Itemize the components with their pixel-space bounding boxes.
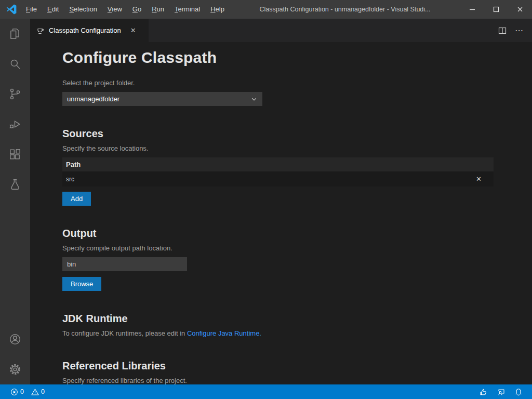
- activity-bar-run-debug[interactable]: [0, 109, 30, 139]
- error-count: 0: [20, 388, 24, 395]
- status-bar-right: [479, 388, 523, 396]
- maximize-button[interactable]: [484, 0, 508, 19]
- tab-close-icon[interactable]: ✕: [130, 26, 136, 34]
- warning-icon: [31, 388, 39, 396]
- vscode-logo-icon: [6, 4, 17, 15]
- sources-title: Sources: [62, 127, 494, 140]
- split-editor-icon[interactable]: [498, 26, 507, 35]
- activity-bar-explorer[interactable]: [0, 19, 30, 49]
- tab-bar: Classpath Configuration ✕ ⋯: [30, 19, 532, 42]
- referenced-libraries-description: Specify referenced libraries of the proj…: [62, 376, 494, 384]
- menu-selection[interactable]: Selection: [64, 0, 102, 19]
- source-row: src ✕: [62, 171, 494, 187]
- activity-bar-search[interactable]: [0, 49, 30, 79]
- source-path-value: src: [66, 176, 74, 183]
- activity-bar-settings[interactable]: [0, 354, 30, 384]
- project-folder-label: Select the project folder.: [62, 78, 494, 88]
- sources-table: Path src ✕: [62, 157, 494, 187]
- problems-status[interactable]: 0 0: [10, 388, 45, 396]
- java-cup-icon: [36, 26, 45, 35]
- menu-help[interactable]: Help: [205, 0, 230, 19]
- error-icon: [10, 388, 18, 396]
- search-icon: [8, 57, 22, 71]
- menu-edit[interactable]: Edit: [42, 0, 64, 19]
- activity-bar: [0, 19, 30, 384]
- jdk-runtime-text-prefix: To configure JDK runtimes, please edit i…: [62, 329, 187, 337]
- page-title: Configure Classpath: [62, 48, 494, 67]
- files-icon: [8, 27, 22, 41]
- gear-icon: [8, 363, 22, 376]
- thumbsup-feedback-icon[interactable]: [479, 388, 487, 396]
- menu-file[interactable]: File: [21, 0, 42, 19]
- menu-view[interactable]: View: [102, 0, 127, 19]
- output-description: Specify compile output path location.: [62, 244, 494, 253]
- configure-java-runtime-link[interactable]: Configure Java Runtime.: [187, 329, 261, 337]
- browse-button[interactable]: Browse: [62, 277, 101, 291]
- activity-bar-account[interactable]: [0, 324, 30, 354]
- classpath-configuration-page: Configure Classpath Select the project f…: [30, 42, 532, 384]
- bell-icon[interactable]: [514, 388, 523, 396]
- add-source-button[interactable]: Add: [62, 192, 91, 206]
- account-icon: [8, 332, 22, 346]
- run-debug-icon: [8, 117, 22, 131]
- project-folder-select[interactable]: unmanagedfolder: [62, 92, 262, 106]
- chevron-down-icon: [250, 96, 258, 103]
- window-controls: [460, 0, 532, 19]
- extensions-icon: [8, 148, 22, 161]
- editor-actions: ⋯: [498, 19, 532, 42]
- activity-bar-extensions[interactable]: [0, 139, 30, 169]
- title-bar: File Edit Selection View Go Run Terminal…: [0, 0, 532, 19]
- menu-bar: File Edit Selection View Go Run Terminal…: [21, 0, 230, 19]
- sources-description: Specify the source locations.: [62, 144, 494, 153]
- output-path-input[interactable]: [62, 257, 187, 271]
- minimize-button[interactable]: [460, 0, 484, 19]
- jdk-runtime-title: JDK Runtime: [62, 312, 494, 325]
- remove-source-icon[interactable]: ✕: [476, 175, 482, 183]
- testing-icon: [8, 178, 22, 191]
- status-bar: 0 0: [0, 384, 532, 399]
- project-folder-value: unmanagedfolder: [67, 95, 119, 103]
- menu-go[interactable]: Go: [127, 0, 147, 19]
- close-button[interactable]: [508, 0, 532, 19]
- tab-classpath-configuration[interactable]: Classpath Configuration ✕: [30, 19, 149, 42]
- warning-count: 0: [41, 388, 45, 395]
- menu-terminal[interactable]: Terminal: [169, 0, 205, 19]
- source-control-icon: [8, 87, 22, 101]
- menu-run[interactable]: Run: [147, 0, 169, 19]
- referenced-libraries-title: Referenced Libraries: [62, 359, 494, 373]
- activity-bar-testing[interactable]: [0, 169, 30, 200]
- output-title: Output: [62, 227, 494, 240]
- jdk-runtime-text: To configure JDK runtimes, please edit i…: [62, 329, 494, 338]
- activity-bar-source-control[interactable]: [0, 79, 30, 109]
- tab-label: Classpath Configuration: [49, 26, 121, 34]
- window-title: Classpath Configuration - unmanagedfolde…: [230, 6, 460, 13]
- more-actions-icon[interactable]: ⋯: [515, 25, 524, 35]
- share-feedback-icon[interactable]: [497, 388, 505, 396]
- sources-path-header: Path: [62, 157, 494, 171]
